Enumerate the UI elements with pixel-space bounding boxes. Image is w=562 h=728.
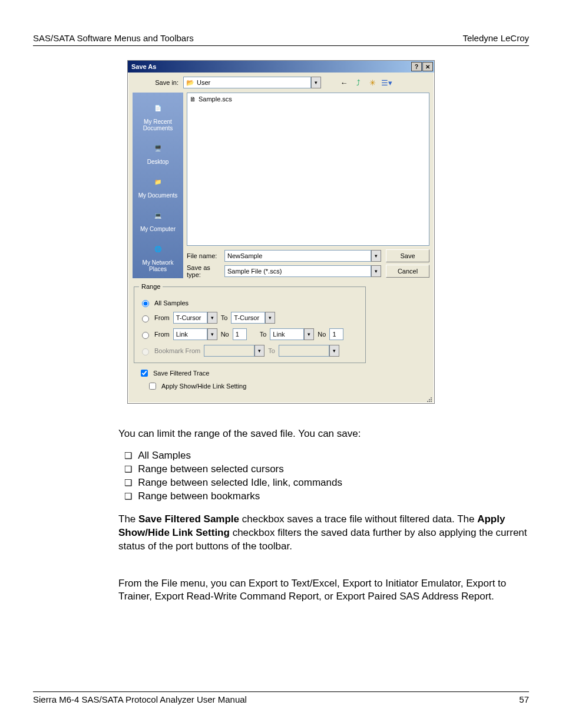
value: T-Cursor [234, 314, 259, 321]
list-item: All Samples [138, 449, 531, 463]
list-item: Range between selected cursors [138, 463, 531, 476]
to-cursor-dropdown[interactable]: T-Cursor [231, 312, 265, 324]
save-as-type-dropdown[interactable]: Sample File (*.scs) [224, 265, 371, 277]
save-button[interactable]: Save [386, 249, 429, 262]
folder-open-icon: 📂 [186, 79, 194, 87]
page-footer: Sierra M6-4 SAS/SATA Protocol Analyzer U… [33, 691, 529, 704]
place-label: My Documents [138, 192, 178, 199]
header-left: SAS/SATA Software Menus and Toolbars [33, 33, 194, 43]
radio-label: Bookmark From [154, 347, 200, 354]
chevron-down-icon[interactable]: ▾ [371, 250, 381, 262]
save-as-type-value: Sample File (*.scs) [227, 268, 282, 275]
back-icon[interactable]: ← [338, 76, 351, 89]
bookmark-from-dropdown [204, 345, 254, 357]
value: 1 [332, 331, 336, 338]
list-item: Range between selected Idle, link, comma… [138, 476, 531, 490]
to-label: To [260, 331, 267, 338]
list-item[interactable]: 🗎 Sample.scs [190, 95, 427, 103]
file-icon: 🗎 [190, 95, 196, 103]
text-bold: Save Filtered Sample [138, 513, 239, 525]
file-name-input[interactable]: NewSample [224, 250, 371, 262]
paragraph: You can limit the range of the saved fil… [118, 427, 531, 441]
from-cursor-dropdown[interactable]: T-Cursor [173, 312, 207, 324]
place-label: My Recent Documents [134, 118, 182, 131]
radio-bookmark [142, 348, 149, 355]
save-in-value: User [197, 79, 210, 86]
from-link-dropdown[interactable]: Link [173, 328, 207, 340]
value: Link [273, 331, 285, 338]
save-in-label: Save in: [133, 79, 178, 86]
no-label: No [318, 331, 326, 338]
up-one-level-icon[interactable]: ⤴ [352, 76, 365, 89]
range-groupbox: Range All Samples From T-Cursor ▾ To T-C… [134, 283, 366, 363]
views-icon[interactable]: ☰▾ [380, 76, 393, 89]
to-label: To [268, 347, 275, 354]
place-mycomputer[interactable]: 💻 My Computer [139, 203, 177, 235]
radio-from-link[interactable] [142, 332, 149, 339]
resize-grip[interactable] [128, 396, 434, 403]
text: The [118, 513, 138, 525]
bullet-list: All Samples Range between selected curso… [118, 449, 531, 503]
save-in-dropdown[interactable]: 📂 User [183, 77, 311, 88]
places-bar: 📄 My Recent Documents 🖥️ Desktop 📁 My Do… [133, 93, 183, 278]
cancel-button[interactable]: Cancel [386, 265, 429, 278]
header-right: Teledyne LeCroy [462, 33, 529, 43]
list-item: Range between bookmarks [138, 490, 531, 503]
chevron-down-icon[interactable]: ▾ [371, 265, 381, 277]
file-name-label: File name: [187, 252, 220, 259]
place-mydocs[interactable]: 📁 My Documents [137, 170, 179, 201]
new-folder-icon[interactable]: ✳ [366, 76, 379, 89]
radio-label: From [154, 314, 170, 321]
radio-label: All Samples [154, 299, 189, 307]
checkbox-apply-showhide[interactable] [149, 383, 156, 390]
place-desktop[interactable]: 🖥️ Desktop [146, 136, 170, 167]
chevron-down-icon[interactable]: ▾ [207, 312, 217, 324]
value: Link [176, 331, 188, 338]
file-name-value: NewSample [227, 252, 262, 259]
text: checkbox saves a trace file without filt… [239, 513, 477, 525]
chevron-down-icon[interactable]: ▾ [265, 312, 275, 324]
checkbox-label: Save Filtered Trace [153, 370, 209, 377]
dialog-titlebar[interactable]: Save As ? ✕ [128, 61, 434, 73]
value: 1 [236, 331, 239, 338]
save-as-dialog: Save As ? ✕ Save in: 📂 User ▾ [127, 60, 435, 404]
place-label: Desktop [147, 159, 169, 165]
place-network[interactable]: 🌐 My Network Places [133, 237, 183, 275]
to-link-dropdown[interactable]: Link [270, 328, 304, 340]
chevron-down-icon[interactable]: ▾ [207, 328, 217, 340]
file-name: Sample.scs [199, 95, 232, 103]
desktop-icon: 🖥️ [148, 139, 167, 157]
page-header: SAS/SATA Software Menus and Toolbars Tel… [33, 33, 529, 46]
place-label: My Computer [140, 226, 176, 232]
paragraph: From the File menu, you can Export to Te… [118, 577, 531, 604]
footer-left: Sierra M6-4 SAS/SATA Protocol Analyzer U… [33, 694, 247, 704]
save-as-type-label: Save as type: [187, 264, 220, 278]
radio-from-cursor[interactable] [142, 315, 149, 322]
computer-icon: 💻 [148, 206, 167, 225]
paragraph: The Save Filtered Sample checkbox saves … [118, 513, 531, 554]
from-link-no-input[interactable]: 1 [233, 328, 247, 340]
chevron-down-icon: ▾ [254, 345, 265, 357]
place-recent[interactable]: 📄 My Recent Documents [133, 96, 183, 134]
radio-all-samples[interactable] [142, 300, 149, 307]
chevron-down-icon[interactable]: ▾ [311, 77, 321, 88]
chevron-down-icon: ▾ [329, 345, 339, 357]
place-label: My Network Places [134, 259, 182, 272]
no-label: No [221, 331, 229, 338]
chevron-down-icon[interactable]: ▾ [304, 328, 314, 340]
help-button[interactable]: ? [411, 62, 422, 71]
documents-icon: 📁 [148, 172, 167, 191]
value: T-Cursor [176, 314, 201, 321]
footer-right: 57 [519, 694, 529, 704]
bookmark-to-dropdown [279, 345, 329, 357]
dialog-title: Save As [131, 63, 156, 70]
network-icon: 🌐 [148, 239, 167, 258]
checkbox-label: Apply Show/Hide Link Setting [161, 383, 246, 390]
checkbox-save-filtered[interactable] [141, 370, 148, 377]
body-text: You can limit the range of the saved fil… [118, 427, 531, 604]
to-label: To [221, 314, 228, 321]
close-button[interactable]: ✕ [422, 62, 433, 71]
to-link-no-input[interactable]: 1 [329, 328, 343, 340]
recent-docs-icon: 📄 [148, 98, 167, 117]
file-list[interactable]: 🗎 Sample.scs [187, 93, 429, 246]
